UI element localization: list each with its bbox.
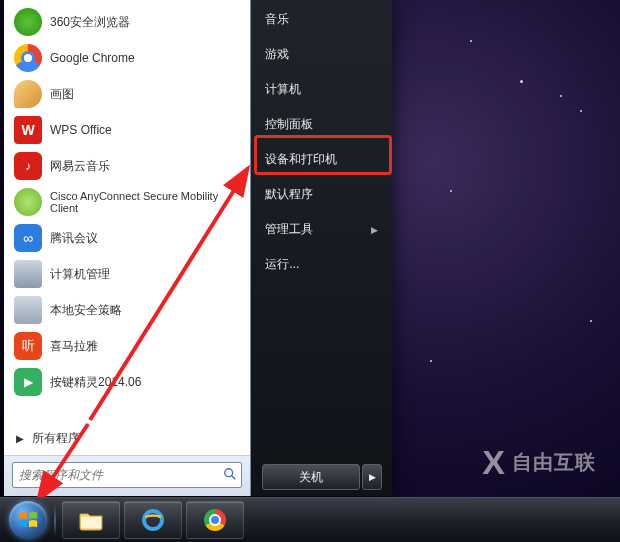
start-menu-left-pane: 360安全浏览器Google Chrome画图WWPS Office♪网易云音乐… [4,0,251,496]
app-item[interactable]: 360安全浏览器 [8,4,246,40]
app-label: Cisco AnyConnect Secure Mobility Client [50,190,240,214]
watermark: X 自由互联 [482,443,596,482]
app-label: 计算机管理 [50,267,110,281]
app-item[interactable]: WWPS Office [8,112,246,148]
app-label: 360安全浏览器 [50,15,130,29]
computer-mgmt-icon [14,260,42,288]
app-label: WPS Office [50,123,112,137]
windows-logo-icon [17,509,39,531]
360-icon [14,8,42,36]
right-pane-label: 运行... [265,256,299,273]
all-programs-arrow-icon: ▶ [16,433,24,444]
app-label: 网易云音乐 [50,159,110,173]
all-programs[interactable]: ▶ 所有程序 [8,423,246,453]
svg-point-5 [144,511,162,529]
netease-icon: ♪ [14,152,42,180]
watermark-x-icon: X [482,443,506,482]
app-label: 本地安全策略 [50,303,122,317]
right-pane-label: 计算机 [265,81,301,98]
taskbar-separator [54,504,56,536]
submenu-arrow-icon: ▶ [371,225,378,235]
start-menu: 360安全浏览器Google Chrome画图WWPS Office♪网易云音乐… [4,0,392,496]
search-input[interactable] [17,464,219,486]
app-label: 喜马拉雅 [50,339,98,353]
keyspirit-icon: ▶ [14,368,42,396]
taskbar-chrome[interactable] [186,501,244,539]
app-item[interactable]: Cisco AnyConnect Secure Mobility Client [8,184,246,220]
shutdown-options-button[interactable]: ▶ [362,464,382,490]
right-pane-label: 管理工具 [265,221,313,238]
app-item[interactable]: 计算机管理 [8,256,246,292]
cisco-icon [14,188,42,216]
tencent-meeting-icon: ∞ [14,224,42,252]
right-pane-label: 游戏 [265,46,289,63]
shutdown-label: 关机 [299,469,323,486]
app-label: Google Chrome [50,51,135,65]
wps-icon: W [14,116,42,144]
right-pane-item[interactable]: 默认程序 [251,177,392,212]
app-item[interactable]: ∞腾讯会议 [8,220,246,256]
app-label: 按键精灵2014.06 [50,375,141,389]
secpol-icon [14,296,42,324]
right-pane-item[interactable]: 运行... [251,247,392,282]
app-item[interactable]: ▶按键精灵2014.06 [8,364,246,400]
app-item[interactable]: 本地安全策略 [8,292,246,328]
right-pane-item[interactable]: 计算机 [251,72,392,107]
folder-icon [78,509,104,531]
svg-point-0 [225,468,233,476]
app-item[interactable]: 画图 [8,76,246,112]
shutdown-row: 关机 ▶ [262,464,382,490]
search-icon [223,467,237,484]
app-item[interactable]: Google Chrome [8,40,246,76]
chrome-icon [204,509,226,531]
chrome-icon [14,44,42,72]
svg-rect-4 [81,517,101,528]
ximalaya-icon: 听 [14,332,42,360]
watermark-text: 自由互联 [512,449,596,476]
app-label: 腾讯会议 [50,231,98,245]
all-programs-label: 所有程序 [32,430,80,447]
start-button[interactable] [6,498,50,542]
pinned-apps-list: 360安全浏览器Google Chrome画图WWPS Office♪网易云音乐… [4,0,250,421]
shutdown-button[interactable]: 关机 [262,464,360,490]
taskbar [0,497,620,542]
right-pane-label: 设备和打印机 [265,151,337,168]
start-menu-right-pane: 音乐游戏计算机控制面板设备和打印机默认程序管理工具▶运行... [251,0,392,496]
ie-icon [141,508,165,532]
taskbar-ie[interactable] [124,501,182,539]
right-pane-item[interactable]: 游戏 [251,37,392,72]
app-item[interactable]: ♪网易云音乐 [8,148,246,184]
right-pane-label: 音乐 [265,11,289,28]
search-row [4,455,250,496]
app-item[interactable]: 听喜马拉雅 [8,328,246,364]
app-label: 画图 [50,87,74,101]
right-pane-label: 控制面板 [265,116,313,133]
paint-icon [14,80,42,108]
right-pane-item[interactable]: 控制面板 [251,107,392,142]
right-pane-item[interactable]: 音乐 [251,2,392,37]
search-box[interactable] [12,462,242,488]
right-pane-item[interactable]: 设备和打印机 [251,142,392,177]
taskbar-explorer[interactable] [62,501,120,539]
svg-line-1 [232,475,236,479]
right-pane-label: 默认程序 [265,186,313,203]
right-pane-item[interactable]: 管理工具▶ [251,212,392,247]
